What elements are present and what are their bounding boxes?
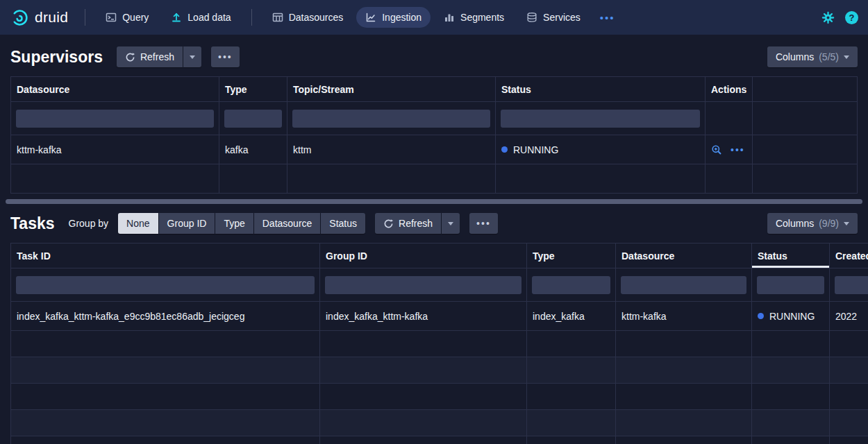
- running-status-dot: [501, 146, 508, 153]
- topic-stream-filter-input[interactable]: [292, 110, 490, 128]
- nav-item-query[interactable]: Query: [97, 7, 158, 28]
- segments-icon: [444, 12, 455, 23]
- navbar-more-button[interactable]: •••: [594, 9, 621, 26]
- columns-label: Columns: [776, 218, 814, 229]
- nav-item-segments[interactable]: Segments: [435, 7, 513, 28]
- tasks-more-button[interactable]: •••: [469, 213, 498, 234]
- tasks-columns-button[interactable]: Columns (9/9): [767, 213, 858, 234]
- group-id-filter-input[interactable]: [325, 276, 521, 294]
- col-header-type[interactable]: Type: [527, 244, 616, 268]
- group-by-group-id-button[interactable]: Group ID: [159, 213, 215, 234]
- group-by-datasource-button[interactable]: Datasource: [254, 213, 321, 234]
- tasks-filter-row: [11, 268, 868, 302]
- help-icon[interactable]: ?: [845, 11, 858, 24]
- brand-name: druid: [35, 9, 68, 26]
- cell-datasource[interactable]: kttm-kafka: [616, 302, 752, 331]
- refresh-label: Refresh: [399, 218, 433, 229]
- col-header-created-time[interactable]: Created time: [830, 244, 868, 268]
- running-status-dot: [758, 313, 764, 319]
- supervisors-title: Supervisors: [10, 48, 103, 67]
- type-filter-input[interactable]: [532, 276, 610, 294]
- druid-brand[interactable]: druid: [10, 8, 68, 27]
- nav-item-label: Segments: [460, 12, 504, 23]
- druid-logo-icon: [10, 8, 28, 27]
- chevron-down-icon: [190, 56, 195, 59]
- columns-count: (5/5): [819, 51, 839, 62]
- datasource-filter-input[interactable]: [621, 276, 746, 294]
- col-header-actions: Actions: [706, 77, 753, 102]
- status-filter-input[interactable]: [501, 110, 700, 128]
- col-header-status[interactable]: Status: [496, 77, 706, 102]
- top-navbar: druid Query Load data Datasources Ingest…: [0, 0, 868, 35]
- supervisors-refresh-caret-button[interactable]: [183, 46, 201, 67]
- supervisor-row[interactable]: kttm-kafka kafka kttm RUNNING •••: [11, 135, 858, 164]
- col-header-topic-stream[interactable]: Topic/Stream: [287, 77, 496, 102]
- group-by-type-button[interactable]: Type: [215, 213, 253, 234]
- tasks-title: Tasks: [10, 214, 55, 233]
- ingestion-icon: [365, 12, 376, 23]
- empty-row: [11, 410, 868, 436]
- datasources-icon: [272, 12, 283, 23]
- cell-type[interactable]: index_kafka: [527, 302, 616, 331]
- col-header-status-sorted[interactable]: Status: [752, 244, 830, 268]
- tasks-refresh-button[interactable]: Refresh: [375, 213, 441, 234]
- magnifier-icon[interactable]: [711, 144, 722, 155]
- cell-status[interactable]: RUNNING: [752, 302, 830, 331]
- empty-row: [11, 436, 868, 444]
- col-header-task-id[interactable]: Task ID: [11, 244, 320, 268]
- group-by-label: Group by: [69, 218, 109, 229]
- status-filter-input[interactable]: [757, 276, 824, 294]
- col-header-datasource[interactable]: Datasource: [616, 244, 752, 268]
- console-icon: [106, 12, 117, 23]
- supervisors-more-button[interactable]: •••: [211, 46, 240, 67]
- cell-topic-stream[interactable]: kttm: [287, 135, 496, 164]
- group-by-none-button[interactable]: None: [118, 213, 158, 234]
- cell-type[interactable]: kafka: [219, 135, 287, 164]
- tasks-header: Tasks Group by None Group ID Type Dataso…: [10, 212, 868, 234]
- tasks-table: Task ID Group ID Type Datasource Status …: [10, 243, 868, 444]
- task-row[interactable]: index_kafka_kttm-kafka_e9cc9b81ec86adb_j…: [11, 302, 868, 331]
- col-header-type[interactable]: Type: [219, 77, 287, 102]
- nav-item-services[interactable]: Services: [517, 7, 590, 28]
- settings-gear-icon[interactable]: [821, 11, 835, 24]
- cell-created-time[interactable]: 2022: [830, 302, 868, 331]
- nav-item-datasources[interactable]: Datasources: [263, 7, 353, 28]
- columns-label: Columns: [776, 51, 814, 62]
- cell-task-id[interactable]: index_kafka_kttm-kafka_e9cc9b81ec86adb_j…: [11, 302, 320, 331]
- supervisors-table: Datasource Type Topic/Stream Status Acti…: [10, 76, 858, 194]
- supervisors-refresh-split: Refresh: [117, 46, 201, 67]
- horizontal-scrollbar-thumb[interactable]: [6, 199, 862, 204]
- col-header-datasource[interactable]: Datasource: [11, 77, 219, 102]
- navbar-right: ?: [821, 11, 858, 24]
- tasks-refresh-caret-button[interactable]: [442, 213, 460, 234]
- group-by-status-button[interactable]: Status: [321, 213, 365, 234]
- row-more-button[interactable]: •••: [731, 144, 745, 155]
- refresh-icon: [125, 52, 135, 62]
- services-icon: [526, 12, 537, 23]
- supervisors-header: Supervisors Refresh ••• Columns (5/5): [10, 46, 858, 68]
- chevron-down-icon: [448, 222, 453, 225]
- horizontal-scrollbar-track: [6, 199, 862, 204]
- tasks-header-row: Task ID Group ID Type Datasource Status …: [11, 244, 868, 268]
- cell-group-id[interactable]: index_kafka_kttm-kafka: [320, 302, 527, 331]
- group-by-button-group: None Group ID Type Datasource Status: [118, 213, 365, 234]
- navbar-divider: [85, 9, 85, 26]
- type-filter-input[interactable]: [224, 110, 282, 128]
- supervisors-columns-button[interactable]: Columns (5/5): [767, 46, 858, 67]
- datasource-filter-input[interactable]: [16, 110, 214, 128]
- supervisors-filter-row: [11, 102, 858, 135]
- cell-status[interactable]: RUNNING: [496, 135, 706, 164]
- created-time-filter-input[interactable]: [835, 276, 868, 294]
- nav-item-ingestion[interactable]: Ingestion: [356, 7, 431, 28]
- empty-row: [11, 384, 868, 410]
- nav-item-label: Services: [543, 12, 581, 23]
- chevron-down-icon: [844, 56, 849, 59]
- supervisors-refresh-button[interactable]: Refresh: [117, 46, 183, 67]
- nav-item-label: Ingestion: [382, 12, 422, 23]
- cell-actions: •••: [706, 135, 753, 164]
- col-header-group-id[interactable]: Group ID: [320, 244, 527, 268]
- nav-item-load-data[interactable]: Load data: [162, 7, 240, 28]
- task-id-filter-input[interactable]: [16, 276, 315, 294]
- refresh-label: Refresh: [140, 51, 174, 62]
- cell-datasource[interactable]: kttm-kafka: [11, 135, 219, 164]
